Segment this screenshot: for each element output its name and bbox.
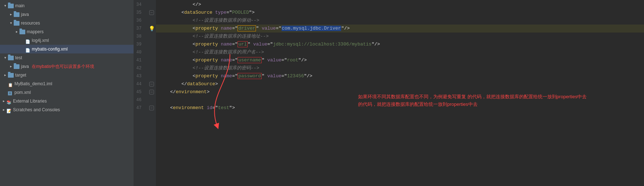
sidebar-item-resources[interactable]: resources <box>0 19 134 27</box>
sidebar-item-label: java <box>21 63 29 70</box>
arrow-icon <box>9 20 13 27</box>
xml-file-icon: 📄 <box>25 47 30 52</box>
gutter-43 <box>147 72 156 80</box>
sidebar-item-mappers[interactable]: mappers <box>0 27 134 36</box>
line-num-41: 41 <box>134 56 144 64</box>
sidebar-item-java-test[interactable]: java 在mybatis中也可以设置多个环境 <box>0 62 134 71</box>
sidebar-item-target[interactable]: target <box>0 71 134 79</box>
code-text: </dataSource> <box>159 80 218 88</box>
folder-icon <box>8 4 14 8</box>
line-num-47: 47 <box>134 104 144 112</box>
line-num-46: 46 <box>134 96 144 104</box>
sidebar-item-label: resources <box>21 20 40 27</box>
scratches-icon: 📝 <box>6 107 12 112</box>
sidebar-item-label: mappers <box>27 28 44 35</box>
code-line-40: <!--设置连接数据库的用户名--> <box>156 48 644 56</box>
sidebar-item-java[interactable]: java <box>0 10 134 19</box>
gutter-37: 💡 <box>147 25 156 33</box>
sidebar-item-main[interactable]: main <box>0 1 134 10</box>
arrow-icon <box>3 2 7 9</box>
file-tree-panel: main java resources mappers 📄 log4j.xml … <box>0 0 134 186</box>
arrow-icon <box>1 106 6 113</box>
line-num-37: 37 <box>134 25 144 33</box>
sidebar-item-pom-xml[interactable]: 🅼 pom.xml <box>0 88 134 97</box>
line-num-45: 45 <box>134 88 144 96</box>
code-line-35: <dataSource type="POOLED"> <box>156 9 644 17</box>
code-line-42: <!--设置连接数据库的密码--> <box>156 64 644 72</box>
gutter-41 <box>147 56 156 64</box>
sidebar-item-label: target <box>15 72 26 79</box>
sidebar-item-mybatis-iml[interactable]: 📋 MyBatis_demo1.iml <box>0 79 134 88</box>
gutter-44 <box>147 80 156 88</box>
sidebar-item-external-libraries[interactable]: 📚 External Libraries <box>0 97 134 105</box>
code-text: <property name="username" value="root"/> <box>159 56 307 64</box>
line-num-44: 44 <box>134 80 144 88</box>
iml-file-icon: 📋 <box>8 81 13 86</box>
arrow-icon <box>3 72 7 79</box>
code-line-34: </> <box>156 1 644 9</box>
arrow-icon <box>1 98 6 105</box>
folder-icon <box>8 56 14 60</box>
sidebar-item-label: External Libraries <box>13 98 47 105</box>
gutter-39 <box>147 40 156 48</box>
gutter-panel: 💡 <box>147 0 156 186</box>
code-line-41: <property name="username" value="root"/> <box>156 56 644 64</box>
code-line-44: </dataSource> <box>156 80 644 88</box>
sidebar-item-label: pom.xml <box>14 89 31 96</box>
code-line-43: <property name="password" value="123456"… <box>156 72 644 80</box>
code-line-47: <environment id="test"> <box>156 104 644 112</box>
code-line-45: </environment> <box>156 88 644 96</box>
arrow-icon <box>9 11 13 18</box>
sidebar-item-label: test <box>15 54 22 61</box>
arrow-icon <box>9 63 13 70</box>
pom-file-icon: 🅼 <box>8 90 13 95</box>
line-num-35: 35 <box>134 9 144 17</box>
code-text: <property name="password" value="123456"… <box>159 72 312 80</box>
arrow-icon <box>3 54 7 61</box>
sidebar-item-label: Scratches and Consoles <box>13 106 60 113</box>
libraries-icon: 📚 <box>6 99 12 104</box>
line-num-34: 34 <box>134 1 144 9</box>
sidebar-item-label: main <box>15 2 25 9</box>
line-num-40: 40 <box>134 48 144 56</box>
code-text: <!--设置连接数据库的连接地址--> <box>159 33 269 40</box>
folder-icon <box>14 64 19 69</box>
fold-icon <box>149 90 154 95</box>
arrow-icon <box>14 28 19 35</box>
gutter-38 <box>147 33 156 40</box>
sidebar-item-label: MyBatis_demo1.iml <box>14 80 52 87</box>
code-text: <!--设置连接数据库的密码--> <box>159 64 259 72</box>
code-line-36: <!--设置连接数据库的驱动--> <box>156 17 644 25</box>
code-text: </environment> <box>159 88 209 96</box>
gutter-46 <box>147 96 156 104</box>
sidebar-item-mybatis-config-xml[interactable]: 📄 mybatis-config.xml <box>0 45 134 53</box>
line-num-42: 42 <box>134 64 144 72</box>
code-text <box>159 96 162 104</box>
code-text: </> <box>159 1 201 9</box>
line-number-gutter: 34 35 36 37 38 39 40 41 42 43 44 45 46 4… <box>134 0 147 186</box>
sidebar-item-scratches[interactable]: 📝 Scratches and Consoles <box>0 105 134 114</box>
folder-icon <box>14 12 19 17</box>
gutter-34 <box>147 1 156 9</box>
code-text: <environment id="test"> <box>159 104 235 112</box>
code-text: <dataSource type="POOLED"> <box>159 9 254 17</box>
code-content: </> <dataSource type="POOLED"> <!--设置连接数… <box>156 0 644 186</box>
sidebar-item-log4j-xml[interactable]: 📄 log4j.xml <box>0 36 134 45</box>
xml-file-icon: 📄 <box>25 38 30 43</box>
code-text: <!--设置连接数据库的驱动--> <box>159 17 259 25</box>
folder-icon <box>8 73 14 78</box>
line-num-43: 43 <box>134 72 144 80</box>
code-line-38: <!--设置连接数据库的连接地址--> <box>156 33 644 40</box>
fold-icon <box>149 105 154 111</box>
folder-icon <box>19 30 25 34</box>
annotation-multi-env: 在mybatis中也可以设置多个环境 <box>32 63 94 70</box>
bulb-icon: 💡 <box>149 26 155 32</box>
code-text: <!--设置连接数据库的用户名--> <box>159 48 264 56</box>
line-num-38: 38 <box>134 33 144 40</box>
gutter-36 <box>147 17 156 25</box>
sidebar-item-test[interactable]: test <box>0 53 134 62</box>
gutter-47 <box>147 104 156 112</box>
gutter-35 <box>147 9 156 17</box>
code-line-39: <property name="url" value="jdbc:mysql:/… <box>156 40 644 48</box>
code-editor: 34 35 36 37 38 39 40 41 42 43 44 45 46 4… <box>134 0 644 186</box>
